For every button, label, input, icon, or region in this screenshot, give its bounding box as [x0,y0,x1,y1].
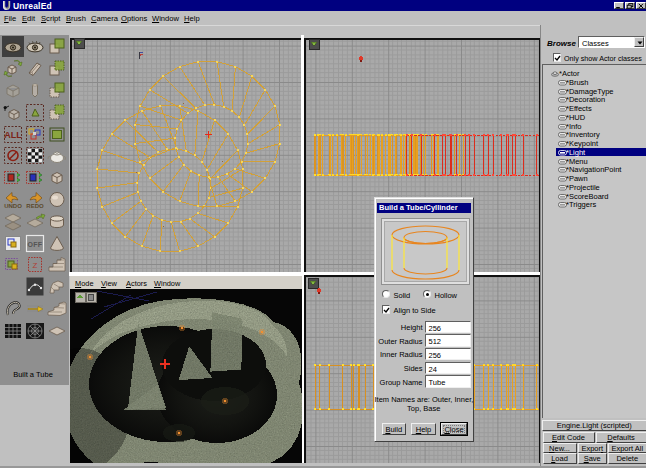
svg-text:UNDO: UNDO [4,203,22,209]
svg-text:Z: Z [33,261,38,270]
svg-text:ALL: ALL [4,130,22,140]
svg-text:REDO: REDO [26,203,44,209]
svg-text:OFF: OFF [28,241,43,248]
